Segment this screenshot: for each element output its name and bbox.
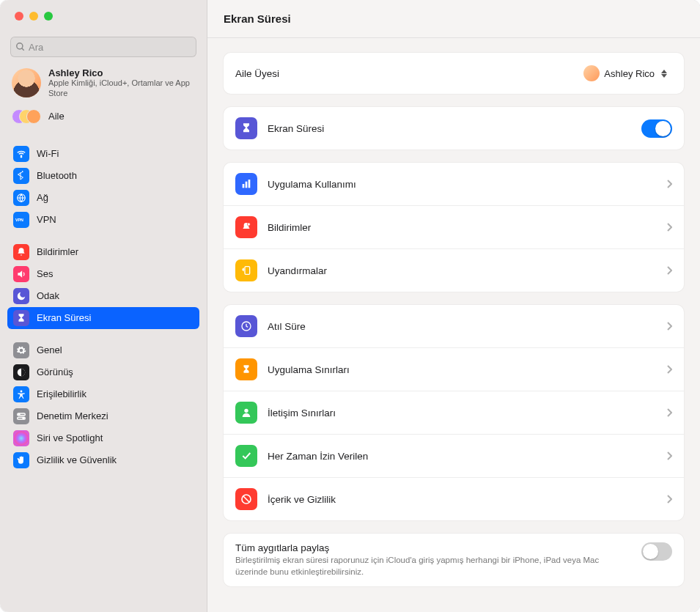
sidebar-item-label: Görünüş xyxy=(37,366,73,377)
sidebar-item-controlcenter[interactable]: Denetim Merkezi xyxy=(7,405,199,427)
account-name: Ashley Rico xyxy=(48,67,195,78)
window-controls xyxy=(0,0,207,34)
row-always-allowed[interactable]: Her Zaman İzin Verilen xyxy=(224,434,684,477)
row-comm-limits[interactable]: İletişim Sınırları xyxy=(224,391,684,434)
chevron-right-icon xyxy=(666,322,672,331)
sidebar-item-vpn[interactable]: VPNVPN xyxy=(7,209,199,231)
sidebar-item-label: Odak xyxy=(37,290,59,301)
zoom-window-button[interactable] xyxy=(44,12,53,21)
sidebar-item-bluetooth[interactable]: Bluetooth xyxy=(7,165,199,187)
row-app-usage[interactable]: Uygulama Kullanımı xyxy=(224,163,684,205)
main-pane: Ekran Süresi Aile Üyesi Ashley Rico xyxy=(207,0,700,612)
sidebar-item-label: Siri ve Spotlight xyxy=(37,432,103,443)
family-member-row: Aile Üyesi Ashley Rico xyxy=(224,53,684,94)
svg-point-2 xyxy=(21,156,21,157)
row-content-privacy[interactable]: İçerik ve Gizlilik xyxy=(224,477,684,520)
sidebar-item-label: Erişilebilirlik xyxy=(37,388,86,399)
sidebar-item-network[interactable]: Ağ xyxy=(7,187,199,209)
sidebar-item-label: Genel xyxy=(37,344,62,355)
sidebar-item-privacy[interactable]: Gizlilik ve Güvenlik xyxy=(7,449,199,471)
sidebar-item-label: Ses xyxy=(37,268,53,279)
sidebar-item-general[interactable]: Genel xyxy=(7,339,199,361)
content-scroll: Aile Üyesi Ashley Rico xyxy=(207,38,700,612)
search-icon xyxy=(15,42,26,52)
share-group: Tüm aygıtlarla paylaş Birleştirilmiş ekr… xyxy=(224,534,684,586)
share-toggle[interactable] xyxy=(641,542,672,561)
family-member-label: Aile Üyesi xyxy=(235,68,567,79)
svg-rect-13 xyxy=(246,182,248,188)
row-notifs[interactable]: Bildirimler xyxy=(224,205,684,248)
check-icon xyxy=(235,445,257,467)
sidebar-family[interactable]: Aile xyxy=(7,105,199,133)
row-label: Uyandırmalar xyxy=(268,265,656,276)
minimize-window-button[interactable] xyxy=(29,12,38,21)
svg-point-18 xyxy=(244,409,248,413)
sidebar-item-label: Bluetooth xyxy=(37,170,77,181)
sidebar-item-wifi[interactable]: Wi-Fi xyxy=(7,143,199,165)
chevron-right-icon xyxy=(666,408,672,417)
chevron-right-icon xyxy=(666,495,672,504)
search-input[interactable] xyxy=(29,42,191,53)
share-subtitle: Birleştirilmiş ekran süresi raporunuz iç… xyxy=(235,555,631,578)
screentime-toggle-group: Ekran Süresi xyxy=(224,107,684,150)
sidebar-item-label: Gizlilik ve Güvenlik xyxy=(37,454,117,465)
close-window-button[interactable] xyxy=(15,12,23,21)
gear-icon xyxy=(13,342,29,358)
chevron-right-icon xyxy=(666,223,672,232)
sidebar-item-label: VPN xyxy=(37,214,56,225)
sidebar-item-label: Ekran Süresi xyxy=(37,312,91,323)
svg-rect-12 xyxy=(243,184,245,188)
sidebar-item-siri[interactable]: Siri ve Spotlight xyxy=(7,427,199,449)
sidebar-item-label: Denetim Merkezi xyxy=(37,410,108,421)
sidebar-item-accessibility[interactable]: Erişilebilirlik xyxy=(7,383,199,405)
family-member-avatar xyxy=(583,65,600,81)
page-title: Ekran Süresi xyxy=(224,12,291,25)
row-app-limits[interactable]: Uygulama Sınırları xyxy=(224,347,684,391)
sidebar-item-label: Ağ xyxy=(37,192,48,203)
svg-point-9 xyxy=(18,413,20,415)
search-field[interactable] xyxy=(10,37,196,57)
row-label: Uygulama Sınırları xyxy=(268,364,656,375)
sidebar-item-label: Bildirimler xyxy=(37,246,78,257)
row-label: Uygulama Kullanımı xyxy=(268,179,656,190)
sidebar-item-screentime[interactable]: Ekran Süresi xyxy=(7,307,199,329)
titlebar: Ekran Süresi xyxy=(207,0,700,38)
bell-badge-icon xyxy=(235,216,257,238)
svg-point-6 xyxy=(21,390,23,392)
account-subtitle: Apple Kimliği, iCloud+, Ortamlar ve App … xyxy=(48,78,195,99)
account-avatar xyxy=(12,68,41,97)
share-row: Tüm aygıtlarla paylaş Birleştirilmiş ekr… xyxy=(224,534,684,586)
chevron-right-icon xyxy=(666,365,672,374)
sidebar-item-sound[interactable]: Ses xyxy=(7,263,199,285)
sidebar-item-appearance[interactable]: Görünüş xyxy=(7,361,199,383)
accessibility-icon xyxy=(13,386,29,402)
svg-rect-14 xyxy=(248,180,251,188)
chart-icon xyxy=(235,173,257,195)
hourglass-icon xyxy=(235,358,257,380)
family-avatars xyxy=(12,108,41,125)
bluetooth-icon xyxy=(13,168,29,184)
sidebar-item-focus[interactable]: Odak xyxy=(7,285,199,307)
row-pickups[interactable]: Uyandırmalar xyxy=(224,248,684,292)
sidebar-account[interactable]: Ashley Rico Apple Kimliği, iCloud+, Orta… xyxy=(7,63,199,103)
speaker-icon xyxy=(13,266,29,282)
nosign-icon xyxy=(235,488,257,510)
usage-group: Uygulama KullanımıBildirimlerUyandırmala… xyxy=(224,163,684,292)
family-member-selected: Ashley Rico xyxy=(604,68,655,79)
row-downtime[interactable]: Atıl Süre xyxy=(224,305,684,347)
sidebar-item-label: Wi-Fi xyxy=(37,148,59,159)
settings-window: Ashley Rico Apple Kimliği, iCloud+, Orta… xyxy=(0,0,700,612)
screentime-toggle[interactable] xyxy=(641,119,672,138)
svg-point-0 xyxy=(17,43,23,49)
svg-point-10 xyxy=(23,417,24,419)
sidebar-item-notifications[interactable]: Bildirimler xyxy=(7,241,199,263)
family-member-popup[interactable]: Ashley Rico xyxy=(578,64,672,83)
clock-icon xyxy=(235,315,257,337)
wifi-icon xyxy=(13,146,29,162)
sidebar: Ashley Rico Apple Kimliği, iCloud+, Orta… xyxy=(0,0,207,612)
globe-icon xyxy=(13,190,29,206)
pickup-icon xyxy=(235,259,257,281)
hourglass-icon xyxy=(13,310,29,326)
family-member-group: Aile Üyesi Ashley Rico xyxy=(224,53,684,94)
screentime-toggle-row: Ekran Süresi xyxy=(224,107,684,150)
